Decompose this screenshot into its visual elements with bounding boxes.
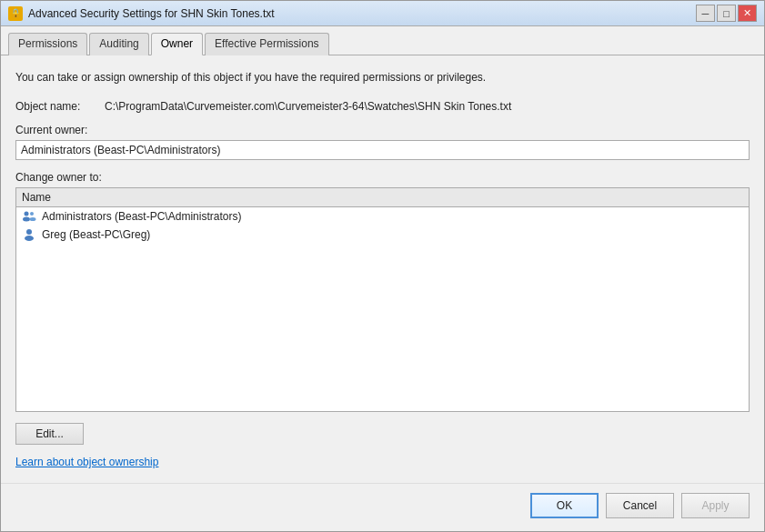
user-icon — [22, 228, 36, 241]
object-name-row: Object name: C:\ProgramData\Curvemeister… — [15, 100, 750, 113]
learn-link-row: Learn about object ownership — [15, 456, 750, 468]
window-title: Advanced Security Settings for SHN Skin … — [28, 7, 275, 20]
minimize-button[interactable]: ─ — [696, 5, 715, 22]
change-owner-section: Change owner to: Name — [15, 171, 750, 412]
svg-point-2 — [30, 212, 34, 216]
window-icon: 🔒 — [8, 6, 23, 21]
tab-owner[interactable]: Owner — [151, 33, 203, 55]
svg-point-3 — [30, 217, 36, 221]
owner-row-admin[interactable]: Administrators (Beast-PC\Administrators) — [16, 207, 749, 226]
tab-permissions[interactable]: Permissions — [8, 33, 87, 55]
svg-point-5 — [25, 236, 34, 241]
current-owner-label: Current owner: — [15, 124, 750, 136]
tab-auditing[interactable]: Auditing — [89, 33, 148, 55]
owner-table-body: Administrators (Beast-PC\Administrators)… — [16, 207, 749, 316]
owner-table: Name Administrators (Beast-PC\Admin — [15, 187, 750, 412]
current-owner-section: Current owner: — [15, 124, 750, 160]
tab-effective-permissions[interactable]: Effective Permissions — [205, 33, 329, 55]
group-icon — [22, 210, 36, 223]
tab-bar: Permissions Auditing Owner Effective Per… — [1, 26, 764, 55]
svg-point-1 — [23, 216, 30, 221]
maximize-button[interactable]: □ — [717, 5, 736, 22]
title-bar-left: 🔒 Advanced Security Settings for SHN Ski… — [8, 6, 275, 21]
info-text: You can take or assign ownership of this… — [15, 70, 750, 85]
change-owner-label: Change owner to: — [15, 171, 750, 184]
main-window: 🔒 Advanced Security Settings for SHN Ski… — [0, 0, 765, 532]
owner-row-greg[interactable]: Greg (Beast-PC\Greg) — [16, 226, 749, 244]
ok-button[interactable]: OK — [530, 493, 599, 518]
tab-content: You can take or assign ownership of this… — [1, 55, 764, 483]
svg-point-0 — [25, 211, 29, 216]
edit-button[interactable]: Edit... — [15, 423, 84, 445]
learn-about-ownership-link[interactable]: Learn about object ownership — [15, 456, 158, 468]
edit-button-row: Edit... — [15, 423, 750, 445]
button-bar: OK Cancel Apply — [1, 483, 764, 531]
apply-button[interactable]: Apply — [681, 493, 750, 518]
svg-point-4 — [26, 229, 32, 235]
current-owner-input — [15, 140, 750, 160]
close-button[interactable]: ✕ — [738, 5, 757, 22]
cancel-button[interactable]: Cancel — [606, 493, 674, 518]
title-bar: 🔒 Advanced Security Settings for SHN Ski… — [1, 1, 764, 26]
object-name-label: Object name: — [15, 100, 97, 113]
owner-name-admin: Administrators (Beast-PC\Administrators) — [42, 210, 241, 223]
object-name-value: C:\ProgramData\Curvemeister.com\Curvemei… — [105, 100, 511, 113]
title-bar-controls: ─ □ ✕ — [696, 5, 757, 22]
owner-table-header: Name — [16, 188, 749, 207]
owner-name-greg: Greg (Beast-PC\Greg) — [42, 228, 150, 241]
